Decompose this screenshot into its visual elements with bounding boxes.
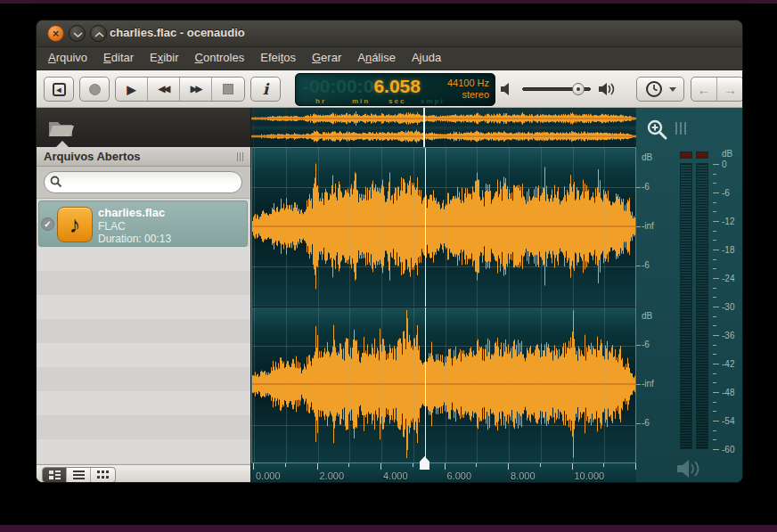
meter-scale-tick <box>713 307 719 307</box>
meter-scale-tick <box>713 250 719 250</box>
meter-scale-tick <box>713 335 719 336</box>
stop-button[interactable] <box>212 78 244 101</box>
meter-scale-minor-tick <box>713 430 716 431</box>
amplitude-scale-label: -inf <box>642 221 654 231</box>
waveform-canvas <box>252 148 635 462</box>
menu-ajuda[interactable]: Ajuda <box>404 47 449 68</box>
meter-scale-label: 0 <box>722 160 727 169</box>
amplitude-scale-label: dB <box>642 311 652 321</box>
details-view-icon <box>49 471 61 479</box>
menu-controles[interactable]: Controles <box>187 47 253 68</box>
amplitude-scale-label: -6 <box>642 418 650 428</box>
meter-scale-label: -24 <box>722 274 734 283</box>
file-format: FLAC <box>98 220 126 233</box>
amplitude-scale-label: -6 <box>642 260 650 270</box>
meter-scale-label: -42 <box>722 359 734 369</box>
zoom-icon[interactable] <box>646 119 669 142</box>
timeline-tick <box>476 463 477 467</box>
transport-group: ▶ ◀◀ ▶▶ <box>115 77 245 102</box>
chevron-down-icon <box>669 87 676 92</box>
amplitude-scale-tick <box>636 384 641 385</box>
overview-canvas <box>251 108 636 147</box>
maximize-button[interactable] <box>90 25 107 42</box>
level-meter-right <box>696 163 708 449</box>
timeline-tick <box>413 463 413 467</box>
view-details-button[interactable] <box>43 468 67 482</box>
channel-separator <box>252 307 635 307</box>
grid-line-horizontal <box>252 346 635 347</box>
sidebar: Arquivos Abertos ✓ ♪ charlies.flac <box>37 108 251 483</box>
menubar: ArquivoEditarExibirControlesEfeitosGerar… <box>37 47 742 70</box>
timeline-label: 4.000 <box>383 471 408 481</box>
app-window: × charlies.flac - ocenaudio ArquivoEdita… <box>36 20 743 483</box>
grid-view-icon <box>97 471 109 479</box>
volume-handle[interactable] <box>572 83 585 95</box>
grid-line-vertical <box>573 148 574 462</box>
sidebar-header <box>37 108 250 147</box>
menu-analise[interactable]: Análise <box>349 47 404 68</box>
menu-exibir[interactable]: Exibir <box>142 47 187 68</box>
waveform-overview[interactable] <box>251 108 636 147</box>
search-input[interactable] <box>44 171 242 193</box>
file-name: charlies.flac <box>98 206 165 219</box>
back-arrow-icon: ← <box>698 82 711 97</box>
menu-editar[interactable]: Editar <box>95 47 142 68</box>
view-grid-button[interactable] <box>91 468 115 482</box>
info-button[interactable]: i <box>250 77 281 102</box>
timeline-tick <box>380 463 381 470</box>
timeline-ruler[interactable]: 0.0002.0004.0006.0008.00010.00012.000 <box>251 463 636 483</box>
fast-forward-button[interactable]: ▶▶ <box>180 78 212 101</box>
menu-gerar[interactable]: Gerar <box>304 47 349 68</box>
meter-scale-tick <box>713 164 719 165</box>
meter-scale-tick <box>713 221 719 222</box>
sidebar-bottom-bar <box>37 464 250 483</box>
monitor-speaker-icon[interactable] <box>675 458 702 479</box>
meter-scale-minor-tick <box>713 202 716 203</box>
fast-forward-icon: ▶▶ <box>191 85 200 94</box>
view-mode-group <box>42 467 116 483</box>
waveform-plot[interactable] <box>251 147 636 463</box>
rewind-button[interactable]: ◀◀ <box>148 78 180 101</box>
meter-scale-label: -54 <box>722 416 734 426</box>
meter-scale-label: -18 <box>722 245 734 255</box>
grid-line-vertical <box>541 148 542 462</box>
min-label: min <box>352 97 370 105</box>
menu-efeitos[interactable]: Efeitos <box>252 47 304 68</box>
titlebar[interactable]: × charlies.flac - ocenaudio <box>37 20 742 47</box>
file-list: ✓ ♪ charlies.flac FLAC Duration: 00:13 <box>37 199 250 464</box>
panel-grip-handle[interactable] <box>675 122 686 135</box>
close-button[interactable]: × <box>47 25 64 42</box>
grid-line-horizontal <box>252 425 635 426</box>
clock-icon <box>645 80 663 98</box>
format-readout: 44100 Hz stereo <box>447 78 489 101</box>
grid-line-vertical <box>604 148 605 462</box>
meter-scale-tick <box>713 449 719 450</box>
file-item-charlies-flac[interactable]: ✓ ♪ charlies.flac FLAC Duration: 00:13 <box>38 201 248 247</box>
sec-label: sec <box>388 97 405 105</box>
history-back-button[interactable]: ← <box>691 78 717 101</box>
time-display[interactable]: -00:00:06.058 hr min sec smpl 44100 Hz s… <box>295 73 495 106</box>
minimize-button[interactable] <box>69 25 86 42</box>
selected-check-icon: ✓ <box>41 217 54 231</box>
volume-slider[interactable] <box>522 87 591 91</box>
open-folder-icon[interactable] <box>47 116 76 139</box>
speaker-low-icon <box>500 82 514 96</box>
view-list-button[interactable] <box>67 468 91 482</box>
timeline-tick <box>253 463 254 470</box>
skip-to-start-button[interactable]: ◂ <box>44 77 74 102</box>
search-icon <box>50 176 62 188</box>
panel-grip-handle[interactable] <box>237 152 243 161</box>
meter-scale-label: -12 <box>722 217 734 226</box>
overview-playhead <box>423 108 425 147</box>
hr-label: hr <box>315 97 326 105</box>
record-button[interactable] <box>79 77 110 102</box>
play-button[interactable]: ▶ <box>116 78 148 101</box>
panel-title: Arquivos Abertos <box>44 150 141 163</box>
grid-line-vertical <box>381 148 382 462</box>
time-format-dropdown-button[interactable] <box>636 77 684 102</box>
speaker-high-icon <box>598 82 616 96</box>
amplitude-scale-tick <box>636 423 641 424</box>
menu-arquivo[interactable]: Arquivo <box>40 47 95 68</box>
history-forward-button[interactable]: → <box>717 78 743 101</box>
tab-notch <box>56 141 69 147</box>
